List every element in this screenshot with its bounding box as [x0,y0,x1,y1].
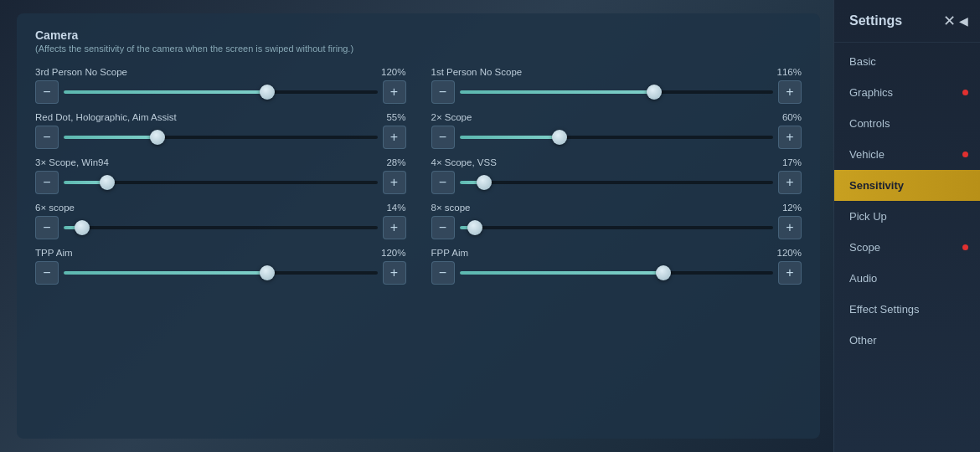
slider-track-4x-scope [460,181,774,184]
slider-track-container-6x-scope[interactable] [64,216,378,239]
slider-header-red-dot: Red Dot, Holographic, Aim Assist55% [35,112,406,122]
slider-value-3x-scope: 28% [386,157,405,167]
slider-track-container-tpp-aim[interactable] [64,261,378,285]
sidebar-item-label-effect-settings: Effect Settings [849,303,920,316]
slider-track-6x-scope [64,226,378,229]
slider-minus-1st-person-no-scope[interactable]: − [431,80,455,104]
slider-header-tpp-aim: TPP Aim120% [35,248,406,258]
slider-track-container-3rd-person-no-scope[interactable] [64,80,378,104]
slider-plus-1st-person-no-scope[interactable]: + [778,80,802,104]
slider-plus-fpp-aim[interactable]: + [778,261,802,285]
slider-track-container-4x-scope[interactable] [460,171,774,194]
slider-header-3x-scope: 3× Scope, Win9428% [35,157,406,167]
slider-plus-8x-scope[interactable]: + [778,216,802,239]
slider-minus-fpp-aim[interactable]: − [431,261,455,285]
slider-value-8x-scope: 12% [782,203,802,213]
slider-plus-2x-scope[interactable]: + [778,126,802,149]
sidebar-item-other[interactable]: Other [834,325,980,356]
slider-value-1st-person-no-scope: 116% [777,67,802,77]
sidebar-item-pickup[interactable]: Pick Up [834,201,980,232]
slider-label-2x-scope: 2× Scope [431,112,472,122]
slider-label-6x-scope: 6× scope [35,203,75,213]
slider-value-2x-scope: 60% [782,112,802,122]
slider-track-3rd-person-no-scope [64,90,378,94]
slider-group-2x-scope: 2× Scope60%−+ [431,112,802,149]
slider-track-container-red-dot[interactable] [64,126,378,149]
close-button[interactable]: ✕ ◀ [943,12,968,30]
slider-plus-red-dot[interactable]: + [383,126,406,149]
slider-minus-3rd-person-no-scope[interactable]: − [35,80,59,104]
main-panel: Camera (Affects the sensitivity of the c… [0,0,833,452]
slider-group-red-dot: Red Dot, Holographic, Aim Assist55%−+ [35,112,406,149]
sidebar-item-label-basic: Basic [849,55,876,68]
slider-label-fpp-aim: FPP Aim [431,248,469,258]
slider-group-tpp-aim: TPP Aim120%−+ [35,248,406,285]
slider-thumb-2x-scope [552,130,567,145]
slider-plus-3rd-person-no-scope[interactable]: + [383,80,406,104]
slider-row-fpp-aim: −+ [431,261,802,285]
sliders-grid: 3rd Person No Scope120%−+1st Person No S… [35,67,802,285]
slider-header-1st-person-no-scope: 1st Person No Scope116% [431,67,802,77]
slider-value-4x-scope: 17% [782,157,802,167]
slider-plus-4x-scope[interactable]: + [778,171,802,194]
sidebar-item-label-scope: Scope [849,241,880,254]
sidebar-item-sensitivity[interactable]: Sensitivity [834,170,980,201]
slider-minus-3x-scope[interactable]: − [35,171,59,194]
slider-header-2x-scope: 2× Scope60% [431,112,802,122]
slider-fill-3rd-person-no-scope [64,90,267,94]
slider-value-tpp-aim: 120% [381,248,405,258]
slider-plus-6x-scope[interactable]: + [383,216,406,239]
sidebar-item-effect-settings[interactable]: Effect Settings [834,294,980,325]
slider-row-4x-scope: −+ [431,171,802,194]
slider-header-6x-scope: 6× scope14% [35,203,406,213]
slider-thumb-1st-person-no-scope [647,85,662,100]
sidebar-title: Settings [849,13,902,28]
slider-group-1st-person-no-scope: 1st Person No Scope116%−+ [431,67,802,104]
sidebar-item-vehicle[interactable]: Vehicle [834,139,980,170]
slider-fill-1st-person-no-scope [460,90,654,94]
slider-plus-3x-scope[interactable]: + [383,171,406,194]
slider-track-8x-scope [460,226,774,229]
slider-row-3rd-person-no-scope: −+ [35,80,406,104]
sidebar-nav: BasicGraphicsControlsVehicleSensitivityP… [834,43,980,452]
slider-minus-red-dot[interactable]: − [35,126,59,149]
slider-minus-8x-scope[interactable]: − [431,216,455,239]
sidebar-item-label-vehicle: Vehicle [849,148,885,161]
slider-label-4x-scope: 4× Scope, VSS [431,157,497,167]
slider-track-tpp-aim [64,271,378,275]
slider-group-8x-scope: 8× scope12%−+ [431,203,802,239]
sidebar-item-graphics[interactable]: Graphics [834,77,980,108]
slider-minus-tpp-aim[interactable]: − [35,261,59,285]
slider-fill-red-dot [64,136,157,139]
sidebar-item-label-audio: Audio [849,272,877,285]
sidebar: Settings ✕ ◀ BasicGraphicsControlsVehicl… [833,0,980,452]
slider-track-container-fpp-aim[interactable] [460,261,774,285]
slider-row-3x-scope: −+ [35,171,406,194]
camera-title: Camera [35,28,802,42]
sidebar-item-controls[interactable]: Controls [834,108,980,139]
slider-thumb-tpp-aim [260,265,275,280]
slider-minus-2x-scope[interactable]: − [431,126,455,149]
nav-dot-vehicle [962,152,968,157]
sidebar-item-audio[interactable]: Audio [834,263,980,294]
slider-label-tpp-aim: TPP Aim [35,248,73,258]
sidebar-item-basic[interactable]: Basic [834,46,980,77]
slider-plus-tpp-aim[interactable]: + [383,261,406,285]
slider-header-4x-scope: 4× Scope, VSS17% [431,157,802,167]
slider-track-3x-scope [64,181,378,184]
slider-minus-6x-scope[interactable]: − [35,216,59,239]
slider-group-3rd-person-no-scope: 3rd Person No Scope120%−+ [35,67,406,104]
slider-thumb-4x-scope [477,175,492,190]
slider-thumb-8x-scope [467,220,482,235]
nav-dot-graphics [962,90,968,95]
slider-track-container-8x-scope[interactable] [460,216,774,239]
slider-track-container-3x-scope[interactable] [64,171,378,194]
slider-label-8x-scope: 8× scope [431,203,471,213]
slider-track-container-1st-person-no-scope[interactable] [460,80,774,104]
slider-value-red-dot: 55% [386,112,405,122]
slider-thumb-red-dot [150,130,165,145]
sidebar-item-scope[interactable]: Scope [834,232,980,263]
slider-track-container-2x-scope[interactable] [460,126,774,149]
slider-minus-4x-scope[interactable]: − [431,171,455,194]
settings-box: Camera (Affects the sensitivity of the c… [17,13,820,439]
